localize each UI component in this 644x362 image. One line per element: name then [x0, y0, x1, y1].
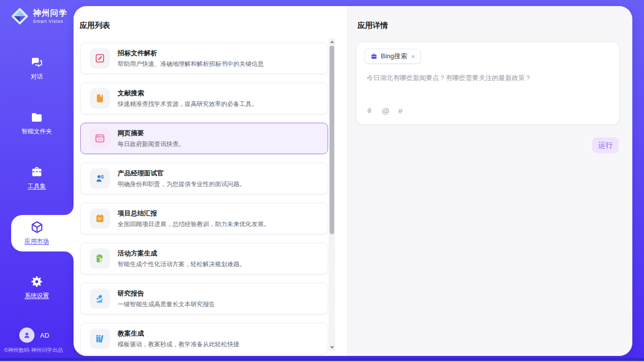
sidebar-item-settings[interactable]: 系统设置	[0, 275, 74, 300]
close-icon[interactable]: ×	[411, 53, 415, 60]
app-card-desc: 每日政府新闻资讯快查。	[118, 140, 185, 149]
app-list-pane: 应用列表 招标文件解析 帮助用户快速、准确地理解和解析招标书中的关键信息	[74, 6, 347, 356]
briefcase-icon	[370, 53, 378, 60]
app-card-project-summary[interactable]: 项目总结汇报 全面回顾项目进展，总结经验教训，助力未来优化发展。	[80, 203, 328, 234]
folder-icon	[30, 111, 44, 124]
app-card-desc: 一键智能生成高质量长文本研究报告	[118, 300, 215, 309]
active-nav-fillet-top	[64, 206, 74, 215]
app-detail-title: 应用详情	[357, 21, 388, 30]
cube-icon	[30, 220, 44, 234]
sidebar-item-label: 应用市场	[25, 237, 49, 246]
sidebar-item-label: 智能文件夹	[22, 127, 52, 136]
tool-tag-bing-search[interactable]: Bing搜索 ×	[365, 49, 421, 64]
app-card-desc: 快速精准查找学术资源，提高研究效率的必备工具。	[118, 100, 258, 108]
user-initials: AD	[40, 332, 49, 339]
microscope-icon	[94, 293, 105, 304]
scrollbar-thumb[interactable]	[330, 46, 334, 234]
app-card-title: 项目总结汇报	[118, 209, 270, 218]
copyright-text: ©神州数码·神州问学出品	[4, 347, 63, 354]
app-card-event-plan[interactable]: 活动方案生成 智能生成个性化活动方案，轻松解决规划难题。	[80, 243, 328, 274]
gear-icon	[30, 275, 44, 288]
brand-subtitle: Smart Vision	[33, 19, 67, 24]
app-card-list: 招标文件解析 帮助用户快速、准确地理解和解析招标书中的关键信息 文献搜索 快速精…	[80, 43, 328, 356]
person-icon	[22, 331, 31, 340]
diamond-logo-icon	[10, 7, 29, 26]
sidebar-item-label: 工具集	[28, 182, 46, 191]
clipboard-check-icon	[94, 253, 105, 264]
user-row: AD	[19, 328, 49, 343]
app-list-scrollbar[interactable]	[329, 38, 335, 351]
sidebar-item-app-market[interactable]: 应用市场	[0, 220, 74, 246]
brand-logo: 神州问学 Smart Vision	[10, 7, 67, 26]
paperclip-icon[interactable]	[366, 106, 373, 115]
app-card-web-summary[interactable]: </> 网页摘要 每日政府新闻资讯快查。	[80, 123, 328, 154]
active-nav-fillet-bottom	[64, 251, 74, 261]
app-card-title: 教案生成	[118, 329, 239, 338]
sidebar-item-smart-folder[interactable]: 智能文件夹	[0, 111, 74, 136]
toolbox-icon	[30, 165, 44, 179]
query-composer: Bing搜索 × 今日湖北有哪些新闻要点？有哪些需要关注的最新政策？ @ #	[356, 42, 620, 125]
app-card-title: 活动方案生成	[118, 249, 245, 258]
composer-toolbar: @ #	[366, 106, 403, 115]
tool-tag-label: Bing搜索	[381, 52, 407, 61]
sidebar: 神州问学 Smart Vision 对话 智能文件夹	[0, 0, 74, 362]
sidebar-item-chat[interactable]: 对话	[0, 56, 74, 81]
app-card-literature-search[interactable]: 文献搜索 快速精准查找学术资源，提高研究效率的必备工具。	[80, 83, 328, 114]
app-card-bid-analysis[interactable]: 招标文件解析 帮助用户快速、准确地理解和解析招标书中的关键信息	[80, 43, 328, 74]
sidebar-item-toolset[interactable]: 工具集	[0, 165, 74, 191]
app-list-title: 应用列表	[80, 21, 110, 30]
doc-edit-icon	[94, 53, 105, 64]
app-card-title: 文献搜索	[118, 89, 258, 98]
scroll-down-icon[interactable]	[330, 346, 334, 349]
app-window: 神州问学 Smart Vision 对话 智能文件夹	[0, 0, 644, 362]
app-card-desc: 模板驱动，教案秒成，教学准备从此轻松快捷	[118, 340, 239, 349]
books-icon	[94, 333, 105, 344]
scroll-up-icon[interactable]	[330, 41, 334, 43]
run-button[interactable]: 运行	[592, 137, 619, 153]
book-icon	[94, 93, 105, 104]
svg-text:</>: </>	[97, 138, 103, 141]
content-panel: 应用列表 招标文件解析 帮助用户快速、准确地理解和解析招标书中的关键信息	[74, 6, 632, 356]
brand-name: 神州问学	[33, 9, 67, 17]
interviewer-icon	[94, 173, 105, 184]
app-card-lesson-plan[interactable]: 教案生成 模板驱动，教案秒成，教学准备从此轻松快捷	[80, 323, 328, 354]
app-card-pm-interviewer[interactable]: 产品经理面试官 明确身份和职责，为您提供专业性的面试问题。	[80, 163, 328, 194]
app-detail-pane: 应用详情 Bing搜索 × 今日湖北有哪些新闻要点？有哪些需要关注的最新政策？ …	[347, 6, 632, 356]
app-card-desc: 帮助用户快速、准确地理解和解析招标书中的关键信息	[118, 60, 264, 68]
app-card-title: 产品经理面试官	[118, 169, 245, 178]
app-card-title: 研究报告	[118, 289, 215, 298]
browser-code-icon: </>	[94, 133, 105, 144]
app-card-desc: 全面回顾项目进展，总结经验教训，助力未来优化发展。	[118, 220, 270, 229]
sidebar-item-label: 系统设置	[25, 292, 49, 300]
user-avatar[interactable]	[19, 328, 34, 343]
mention-icon[interactable]: @	[382, 106, 389, 115]
sidebar-item-label: 对话	[31, 73, 43, 81]
app-card-research-report[interactable]: 研究报告 一键智能生成高质量长文本研究报告	[80, 283, 328, 314]
app-card-title: 网页摘要	[118, 129, 185, 138]
hash-icon[interactable]: #	[398, 106, 402, 115]
query-input[interactable]: 今日湖北有哪些新闻要点？有哪些需要关注的最新政策？	[367, 74, 609, 83]
calendar-note-icon	[94, 213, 105, 224]
app-card-desc: 智能生成个性化活动方案，轻松解决规划难题。	[118, 260, 245, 269]
app-card-desc: 明确身份和职责，为您提供专业性的面试问题。	[118, 180, 245, 189]
chat-icon	[30, 56, 44, 69]
app-card-title: 招标文件解析	[118, 49, 264, 58]
